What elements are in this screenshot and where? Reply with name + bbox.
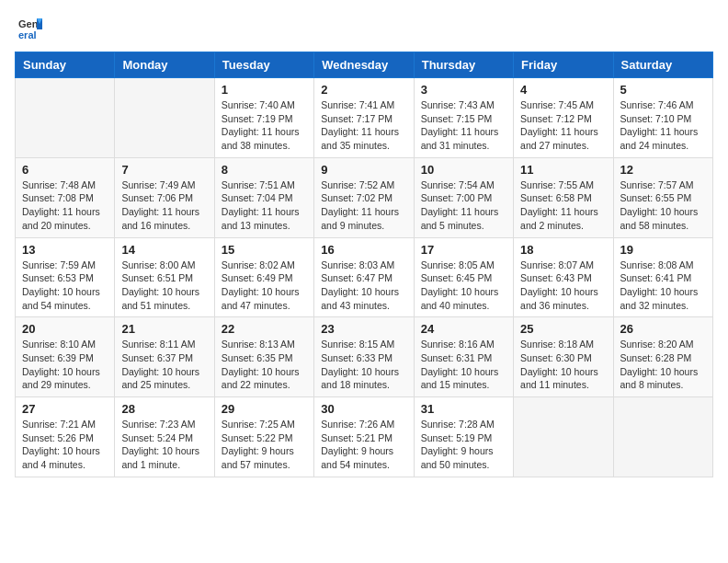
calendar-cell: 8Sunrise: 7:51 AM Sunset: 7:04 PM Daylig… (214, 157, 313, 237)
calendar-cell: 21Sunrise: 8:11 AM Sunset: 6:37 PM Dayli… (115, 317, 214, 397)
day-info: Sunrise: 8:00 AM Sunset: 6:51 PM Dayligh… (121, 259, 207, 313)
calendar-cell (613, 397, 712, 477)
day-number: 19 (620, 243, 706, 257)
calendar-cell: 6Sunrise: 7:48 AM Sunset: 7:08 PM Daylig… (16, 157, 115, 237)
day-info: Sunrise: 7:55 AM Sunset: 6:58 PM Dayligh… (520, 178, 606, 233)
day-number: 29 (222, 402, 307, 416)
day-info: Sunrise: 8:11 AM Sunset: 6:37 PM Dayligh… (121, 338, 207, 392)
day-number: 17 (421, 243, 506, 257)
page-header: Gen eral (15, 15, 713, 40)
svg-text:eral: eral (18, 29, 37, 40)
day-info: Sunrise: 8:07 AM Sunset: 6:43 PM Dayligh… (520, 259, 606, 313)
calendar-cell: 1Sunrise: 7:40 AM Sunset: 7:19 PM Daylig… (214, 78, 313, 158)
calendar-cell: 25Sunrise: 8:18 AM Sunset: 6:30 PM Dayli… (514, 317, 613, 397)
calendar-cell (16, 78, 115, 158)
day-number: 12 (620, 163, 706, 177)
day-number: 6 (22, 163, 108, 177)
logo: Gen eral (15, 15, 46, 40)
day-info: Sunrise: 8:15 AM Sunset: 6:33 PM Dayligh… (321, 338, 406, 392)
calendar-week-row: 20Sunrise: 8:10 AM Sunset: 6:39 PM Dayli… (16, 317, 713, 397)
calendar-cell: 26Sunrise: 8:20 AM Sunset: 6:28 PM Dayli… (613, 317, 712, 397)
day-info: Sunrise: 7:46 AM Sunset: 7:10 PM Dayligh… (620, 98, 706, 153)
day-info: Sunrise: 8:16 AM Sunset: 6:31 PM Dayligh… (421, 338, 506, 392)
calendar-week-row: 27Sunrise: 7:21 AM Sunset: 5:26 PM Dayli… (16, 397, 713, 477)
day-number: 24 (421, 322, 506, 336)
calendar-cell: 13Sunrise: 7:59 AM Sunset: 6:53 PM Dayli… (16, 237, 115, 317)
day-number: 30 (321, 402, 406, 416)
calendar-cell: 7Sunrise: 7:49 AM Sunset: 7:06 PM Daylig… (115, 157, 214, 237)
day-info: Sunrise: 8:10 AM Sunset: 6:39 PM Dayligh… (22, 338, 108, 392)
calendar-header-row: SundayMondayTuesdayWednesdayThursdayFrid… (16, 52, 713, 78)
day-number: 21 (121, 322, 207, 336)
calendar-cell: 10Sunrise: 7:54 AM Sunset: 7:00 PM Dayli… (414, 157, 513, 237)
calendar-cell (115, 78, 214, 158)
day-number: 3 (421, 83, 506, 97)
calendar-cell (514, 397, 613, 477)
calendar-cell: 11Sunrise: 7:55 AM Sunset: 6:58 PM Dayli… (514, 157, 613, 237)
day-number: 27 (22, 402, 108, 416)
calendar-cell: 28Sunrise: 7:23 AM Sunset: 5:24 PM Dayli… (115, 397, 214, 477)
day-info: Sunrise: 7:49 AM Sunset: 7:06 PM Dayligh… (121, 178, 207, 233)
day-number: 2 (321, 83, 406, 97)
day-number: 26 (620, 322, 706, 336)
calendar-cell: 4Sunrise: 7:45 AM Sunset: 7:12 PM Daylig… (514, 78, 613, 158)
weekday-header: Monday (115, 52, 214, 78)
day-info: Sunrise: 8:13 AM Sunset: 6:35 PM Dayligh… (222, 338, 307, 392)
calendar-cell: 20Sunrise: 8:10 AM Sunset: 6:39 PM Dayli… (16, 317, 115, 397)
day-number: 8 (222, 163, 307, 177)
day-number: 20 (22, 322, 108, 336)
calendar-week-row: 1Sunrise: 7:40 AM Sunset: 7:19 PM Daylig… (16, 78, 713, 158)
day-number: 16 (321, 243, 406, 257)
day-number: 14 (121, 243, 207, 257)
day-info: Sunrise: 7:41 AM Sunset: 7:17 PM Dayligh… (321, 98, 406, 153)
day-info: Sunrise: 7:51 AM Sunset: 7:04 PM Dayligh… (222, 178, 307, 233)
calendar-cell: 3Sunrise: 7:43 AM Sunset: 7:15 PM Daylig… (414, 78, 513, 158)
day-number: 18 (520, 243, 606, 257)
calendar-cell: 22Sunrise: 8:13 AM Sunset: 6:35 PM Dayli… (214, 317, 313, 397)
day-number: 25 (520, 322, 606, 336)
day-info: Sunrise: 7:21 AM Sunset: 5:26 PM Dayligh… (22, 418, 108, 472)
calendar-cell: 12Sunrise: 7:57 AM Sunset: 6:55 PM Dayli… (613, 157, 712, 237)
day-info: Sunrise: 7:26 AM Sunset: 5:21 PM Dayligh… (321, 418, 406, 472)
day-number: 15 (222, 243, 307, 257)
day-info: Sunrise: 7:23 AM Sunset: 5:24 PM Dayligh… (121, 418, 207, 472)
calendar-cell: 19Sunrise: 8:08 AM Sunset: 6:41 PM Dayli… (613, 237, 712, 317)
day-number: 1 (222, 83, 307, 97)
day-number: 5 (620, 83, 706, 97)
day-number: 4 (520, 83, 606, 97)
day-number: 9 (321, 163, 406, 177)
svg-text:Gen: Gen (18, 18, 39, 29)
calendar-cell: 17Sunrise: 8:05 AM Sunset: 6:45 PM Dayli… (414, 237, 513, 317)
day-number: 31 (421, 402, 506, 416)
day-number: 11 (520, 163, 606, 177)
calendar-cell: 23Sunrise: 8:15 AM Sunset: 6:33 PM Dayli… (314, 317, 414, 397)
day-info: Sunrise: 8:05 AM Sunset: 6:45 PM Dayligh… (421, 259, 506, 313)
day-number: 13 (22, 243, 108, 257)
weekday-header: Sunday (16, 52, 115, 78)
day-info: Sunrise: 7:40 AM Sunset: 7:19 PM Dayligh… (222, 98, 307, 153)
day-number: 7 (121, 163, 207, 177)
day-number: 23 (321, 322, 406, 336)
day-info: Sunrise: 7:45 AM Sunset: 7:12 PM Dayligh… (520, 98, 606, 153)
calendar-cell: 9Sunrise: 7:52 AM Sunset: 7:02 PM Daylig… (314, 157, 414, 237)
calendar-week-row: 6Sunrise: 7:48 AM Sunset: 7:08 PM Daylig… (16, 157, 713, 237)
weekday-header: Wednesday (314, 52, 414, 78)
day-info: Sunrise: 7:57 AM Sunset: 6:55 PM Dayligh… (620, 178, 706, 233)
calendar-cell: 29Sunrise: 7:25 AM Sunset: 5:22 PM Dayli… (214, 397, 313, 477)
day-info: Sunrise: 7:59 AM Sunset: 6:53 PM Dayligh… (22, 259, 108, 313)
day-info: Sunrise: 8:02 AM Sunset: 6:49 PM Dayligh… (222, 259, 307, 313)
day-number: 28 (121, 402, 207, 416)
calendar-table: SundayMondayTuesdayWednesdayThursdayFrid… (15, 52, 713, 477)
calendar-cell: 16Sunrise: 8:03 AM Sunset: 6:47 PM Dayli… (314, 237, 414, 317)
calendar-cell: 15Sunrise: 8:02 AM Sunset: 6:49 PM Dayli… (214, 237, 313, 317)
weekday-header: Friday (514, 52, 613, 78)
day-info: Sunrise: 8:08 AM Sunset: 6:41 PM Dayligh… (620, 259, 706, 313)
calendar-cell: 2Sunrise: 7:41 AM Sunset: 7:17 PM Daylig… (314, 78, 414, 158)
calendar-cell: 30Sunrise: 7:26 AM Sunset: 5:21 PM Dayli… (314, 397, 414, 477)
calendar-cell: 31Sunrise: 7:28 AM Sunset: 5:19 PM Dayli… (414, 397, 513, 477)
calendar-cell: 24Sunrise: 8:16 AM Sunset: 6:31 PM Dayli… (414, 317, 513, 397)
calendar-cell: 14Sunrise: 8:00 AM Sunset: 6:51 PM Dayli… (115, 237, 214, 317)
weekday-header: Thursday (414, 52, 513, 78)
calendar-cell: 18Sunrise: 8:07 AM Sunset: 6:43 PM Dayli… (514, 237, 613, 317)
day-info: Sunrise: 7:25 AM Sunset: 5:22 PM Dayligh… (222, 418, 307, 472)
